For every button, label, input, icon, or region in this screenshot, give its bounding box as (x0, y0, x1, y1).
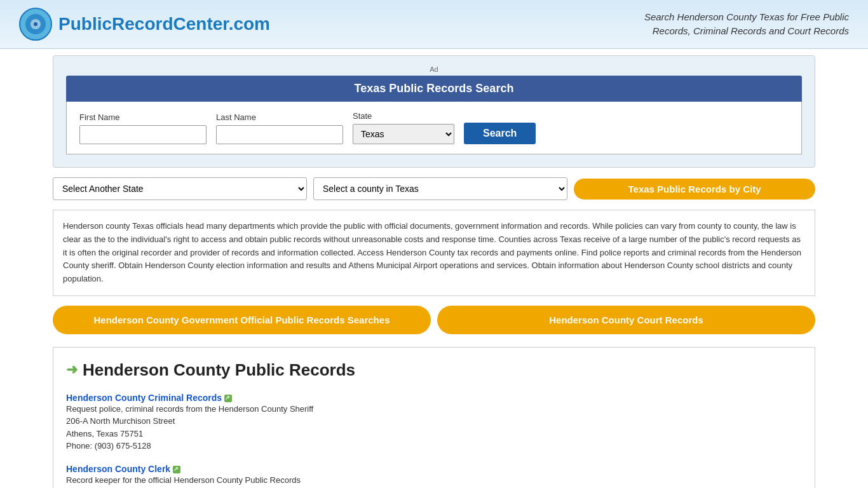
record-description: Request police, criminal records from th… (66, 403, 802, 416)
ad-section: Ad Texas Public Records Search First Nam… (53, 55, 815, 168)
last-name-input[interactable] (216, 125, 343, 144)
state-group: State Texas (353, 111, 454, 144)
section-title: ➜ Henderson County Public Records (66, 360, 802, 380)
last-name-label: Last Name (216, 112, 343, 122)
search-button[interactable]: Search (464, 123, 536, 144)
header-tagline: Search Henderson County Texas for Free P… (607, 10, 849, 39)
logo-icon (19, 8, 52, 41)
records-list: Henderson County Criminal RecordsRequest… (66, 393, 802, 488)
action-buttons: Henderson County Government Official Pub… (53, 306, 815, 334)
record-link[interactable]: Henderson County Clerk (66, 464, 180, 474)
main-content: Ad Texas Public Records Search First Nam… (40, 49, 828, 488)
external-link-icon (224, 395, 232, 402)
logo-text: PublicRecordCenter.com (58, 14, 270, 34)
county-dropdown[interactable]: Select a county in Texas (313, 177, 567, 200)
state-select-input[interactable]: Texas (353, 124, 454, 144)
record-item: Henderson County ClerkRecord keeper for … (66, 464, 802, 487)
description-block: Henderson county Texas officials head ma… (53, 210, 815, 296)
record-description: Phone: (903) 675-5128 (66, 440, 802, 452)
gov-records-button[interactable]: Henderson County Government Official Pub… (53, 306, 431, 334)
record-item: Henderson County Criminal RecordsRequest… (66, 393, 802, 452)
first-name-group: First Name (79, 112, 207, 144)
court-records-button[interactable]: Henderson County Court Records (437, 306, 815, 334)
ad-label: Ad (66, 65, 802, 73)
external-link-icon (173, 466, 180, 473)
search-box-title: Texas Public Records Search (66, 76, 802, 102)
filter-row: Select Another State Select a county in … (53, 177, 815, 200)
record-description: Record keeper for the official Henderson… (66, 474, 802, 487)
state-dropdown[interactable]: Select Another State (53, 177, 307, 200)
section-title-text: Henderson County Public Records (83, 360, 355, 380)
public-records-section: ➜ Henderson County Public Records Hender… (53, 347, 815, 488)
state-label: State (353, 111, 454, 121)
search-form: First Name Last Name State Texas Search (66, 102, 802, 154)
record-description: Athens, Texas 75751 (66, 428, 802, 440)
logo-area: PublicRecordCenter.com (19, 8, 270, 41)
site-header: PublicRecordCenter.com Search Henderson … (0, 0, 868, 49)
last-name-group: Last Name (216, 112, 343, 144)
record-link[interactable]: Henderson County Criminal Records (66, 393, 232, 403)
record-description: 206-A North Murchison Street (66, 415, 802, 428)
first-name-label: First Name (79, 112, 207, 122)
svg-point-3 (34, 22, 37, 26)
city-records-button[interactable]: Texas Public Records by City (574, 179, 815, 200)
search-fields: First Name Last Name State Texas Search (79, 111, 789, 144)
first-name-input[interactable] (79, 125, 207, 144)
section-title-arrow-icon: ➜ (66, 362, 78, 378)
